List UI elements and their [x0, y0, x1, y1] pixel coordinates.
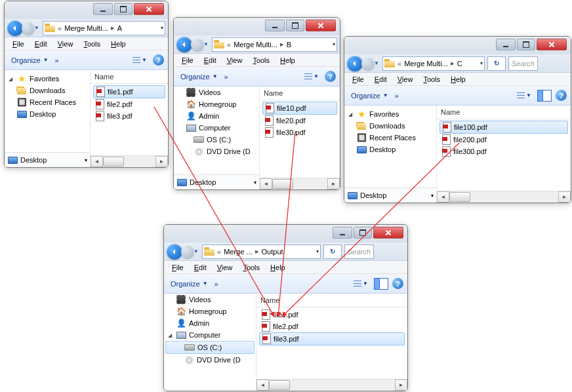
- menu-view[interactable]: View: [223, 56, 247, 65]
- help-button[interactable]: ?: [556, 90, 567, 101]
- forward-button[interactable]: [191, 38, 204, 51]
- titlebar[interactable]: [344, 37, 571, 54]
- organize-button[interactable]: Organize▼: [178, 71, 220, 82]
- view-options-button[interactable]: ▼: [131, 53, 149, 68]
- nav-computer[interactable]: ◢Computer: [164, 329, 256, 341]
- menu-file[interactable]: File: [168, 263, 188, 272]
- file-item[interactable]: file10.pdf: [262, 102, 337, 115]
- menu-tools[interactable]: Tools: [79, 39, 104, 49]
- toolbar-overflow[interactable]: »: [55, 56, 59, 64]
- back-button[interactable]: [347, 56, 363, 71]
- titlebar[interactable]: [174, 18, 340, 35]
- favorites-header[interactable]: ◢★Favorites: [344, 108, 436, 120]
- toolbar-overflow[interactable]: »: [395, 92, 399, 100]
- breadcrumb-segment[interactable]: Output: [262, 248, 283, 256]
- back-button[interactable]: [7, 20, 23, 36]
- maximize-button[interactable]: [354, 227, 372, 239]
- menu-file[interactable]: File: [178, 56, 197, 65]
- menu-file[interactable]: File: [348, 75, 368, 84]
- file-item[interactable]: file30.pdf: [262, 127, 337, 138]
- file-item[interactable]: file200.pdf: [439, 134, 568, 146]
- close-button[interactable]: [537, 39, 567, 50]
- breadcrumb[interactable]: « Merge ... ▸ Output ▾: [202, 245, 321, 259]
- organize-button[interactable]: Organize▼: [348, 90, 391, 101]
- favorites-header[interactable]: ◢★Favorites: [5, 73, 90, 85]
- menu-help[interactable]: Help: [276, 56, 299, 65]
- file-item[interactable]: file20.pdf: [262, 115, 337, 127]
- nav-videos[interactable]: Videos: [174, 87, 259, 98]
- menu-edit[interactable]: Edit: [31, 39, 51, 49]
- horizontal-scrollbar[interactable]: ◄►: [91, 155, 168, 167]
- file-item[interactable]: file100.pdf: [439, 121, 568, 134]
- toolbar-overflow[interactable]: »: [214, 280, 218, 288]
- nav-footer-desktop[interactable]: Desktop▾: [174, 174, 259, 189]
- close-button[interactable]: [306, 20, 336, 31]
- menu-help[interactable]: Help: [107, 39, 130, 49]
- breadcrumb-segment[interactable]: Merge Multi...: [234, 41, 277, 49]
- file-item[interactable]: file3.pdf: [259, 332, 405, 345]
- nav-homegroup[interactable]: 🏠Homegroup: [174, 98, 259, 110]
- file-item[interactable]: file1.pdf: [93, 85, 165, 98]
- column-header-name[interactable]: Name: [437, 106, 571, 119]
- menu-edit[interactable]: Edit: [371, 75, 391, 84]
- close-button[interactable]: [373, 227, 403, 239]
- help-button[interactable]: ?: [325, 71, 336, 82]
- nav-footer-desktop[interactable]: Desktop▾: [5, 152, 90, 167]
- nav-downloads[interactable]: Downloads: [5, 85, 90, 96]
- view-options-button[interactable]: ▼: [515, 88, 533, 103]
- refresh-button[interactable]: ↻: [487, 56, 506, 71]
- view-options-button[interactable]: ▼: [352, 277, 370, 291]
- help-button[interactable]: ?: [153, 54, 164, 66]
- nav-recent-places[interactable]: 🔲Recent Places: [344, 132, 436, 144]
- forward-button[interactable]: [22, 22, 35, 35]
- nav-history-dropdown[interactable]: ▼: [193, 245, 199, 258]
- column-header-name[interactable]: Name: [256, 294, 407, 307]
- nav-admin[interactable]: 👤Admin: [164, 317, 256, 329]
- file-item[interactable]: file2.pdf: [93, 98, 165, 110]
- menu-help[interactable]: Help: [447, 75, 470, 84]
- maximize-button[interactable]: [286, 20, 304, 31]
- file-item[interactable]: file2.pdf: [259, 321, 405, 332]
- breadcrumb[interactable]: « Merge Multi... ▸ B ▾: [212, 37, 337, 52]
- breadcrumb-segment[interactable]: Merge ...: [224, 248, 252, 256]
- minimize-button[interactable]: [93, 3, 113, 15]
- nav-homegroup[interactable]: 🏠Homegroup: [164, 305, 256, 317]
- breadcrumb-segment[interactable]: A: [117, 24, 122, 32]
- maximize-button[interactable]: [114, 3, 133, 15]
- nav-desktop[interactable]: Desktop: [5, 108, 90, 120]
- menu-edit[interactable]: Edit: [190, 263, 211, 272]
- breadcrumb-segment[interactable]: Merge Multi...: [404, 60, 448, 68]
- menu-help[interactable]: Help: [266, 263, 289, 272]
- preview-pane-button[interactable]: [537, 90, 552, 102]
- menu-tools[interactable]: Tools: [249, 56, 274, 65]
- nav-history-dropdown[interactable]: ▼: [373, 57, 380, 70]
- breadcrumb-segment[interactable]: C: [457, 60, 462, 68]
- menu-tools[interactable]: Tools: [239, 263, 264, 272]
- titlebar[interactable]: [5, 1, 168, 19]
- menu-tools[interactable]: Tools: [419, 75, 444, 84]
- nav-history-dropdown[interactable]: ▼: [33, 22, 40, 35]
- horizontal-scrollbar[interactable]: ◄►: [260, 178, 340, 189]
- organize-button[interactable]: Organize▼: [9, 55, 51, 66]
- column-header-name[interactable]: Name: [91, 70, 168, 84]
- menu-edit[interactable]: Edit: [200, 56, 220, 65]
- view-options-button[interactable]: ▼: [302, 69, 321, 84]
- forward-button[interactable]: [361, 57, 375, 70]
- search-input[interactable]: Search: [344, 245, 374, 259]
- file-item[interactable]: file1.pdf: [259, 309, 405, 321]
- refresh-button[interactable]: ↻: [323, 245, 342, 259]
- breadcrumb-segment[interactable]: B: [287, 41, 291, 49]
- nav-footer-desktop[interactable]: Desktop▾: [344, 187, 436, 203]
- menu-view[interactable]: View: [394, 75, 417, 84]
- breadcrumb[interactable]: « Merge Multi... ▸ A ▾: [43, 21, 165, 35]
- breadcrumb[interactable]: « Merge Multi... ▸ C ▾: [382, 56, 485, 71]
- nav-computer[interactable]: Computer: [174, 122, 259, 134]
- titlebar[interactable]: [164, 225, 407, 243]
- column-header-name[interactable]: Name: [260, 87, 340, 100]
- help-button[interactable]: ?: [392, 278, 403, 289]
- menu-file[interactable]: File: [9, 39, 28, 49]
- minimize-button[interactable]: [333, 227, 352, 239]
- minimize-button[interactable]: [265, 20, 285, 31]
- horizontal-scrollbar[interactable]: ◄►: [256, 379, 407, 391]
- preview-pane-button[interactable]: [374, 278, 388, 290]
